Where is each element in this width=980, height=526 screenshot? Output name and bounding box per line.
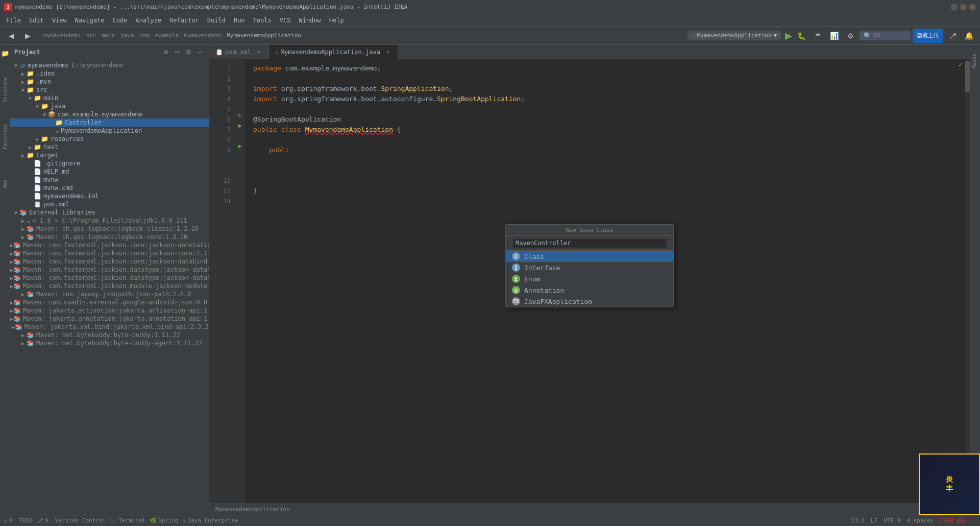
menu-view[interactable]: View xyxy=(48,16,71,25)
tree-item-java[interactable]: ▼ 📁 java xyxy=(10,102,209,110)
panel-expand-button[interactable]: ⇔ xyxy=(172,47,182,57)
tree-item-android-json[interactable]: ▶ 📚 Maven: com.vaadin.external.google:an… xyxy=(10,298,209,306)
status-encoding[interactable]: UTF-8 xyxy=(884,517,900,524)
tree-item-bytebuddy[interactable]: ▶ 📚 Maven: net.bytebuddy:byte-buddy:1.11… xyxy=(10,331,209,339)
right-tab-maven[interactable]: Maven xyxy=(970,49,980,73)
menu-build[interactable]: Build xyxy=(203,16,230,25)
tree-item-logback-core[interactable]: ▶ 📚 Maven: ch.qos.logback:logback-core:1… xyxy=(10,233,209,241)
breadcrumb-example[interactable]: example xyxy=(155,32,179,39)
status-position[interactable]: 13:2 xyxy=(851,517,865,524)
window-controls[interactable]: ─ □ ✕ xyxy=(950,4,976,11)
tree-item-main[interactable]: ▼ 📁 main xyxy=(10,94,209,102)
tree-item-src[interactable]: ▼ 📁 src xyxy=(10,86,209,94)
status-spring[interactable]: 🌿 Spring xyxy=(150,517,179,524)
tree-item-jsonpath[interactable]: ▶ 📚 Maven: com.jayway.jsonpath:json-path… xyxy=(10,290,209,298)
tree-item-jackson-datatype1[interactable]: ▶ 📚 Maven: com.fasterxml.jackson.datatyp… xyxy=(10,266,209,274)
debug-button[interactable]: 🐛 xyxy=(794,29,808,43)
menu-refactor[interactable]: Refactor xyxy=(165,16,203,25)
popup-item-interface[interactable]: I Interface xyxy=(506,262,673,273)
vcs-button[interactable]: ⎇ xyxy=(945,29,960,43)
tree-item-jackson-datatype2[interactable]: ▶ 📚 Maven: com.fasterxml.jackson.datatyp… xyxy=(10,274,209,282)
menu-edit[interactable]: Edit xyxy=(25,16,48,25)
scrollbar-thumb[interactable] xyxy=(965,61,970,92)
tree-item-gitignore[interactable]: 📄 .gitignore xyxy=(10,159,209,168)
breadcrumb-src[interactable]: src xyxy=(86,32,96,39)
notifications-button[interactable]: 🔔 xyxy=(962,29,976,43)
run-configuration[interactable]: ☕ MymavendemoApplication ▼ xyxy=(688,31,781,40)
breadcrumb-java[interactable]: java xyxy=(120,32,134,39)
tree-item-helpmd[interactable]: 📄 HELP.md xyxy=(10,168,209,176)
menu-run[interactable]: Run xyxy=(230,16,249,25)
structure-icon[interactable]: Structure xyxy=(1,86,9,94)
tree-item-jakarta-xmlbind[interactable]: ▶ 📚 Maven: jakarta.xml.bind:jakarta.xml.… xyxy=(10,323,209,331)
tree-item-test[interactable]: ▶ 📁 test xyxy=(10,143,209,151)
tree-item-mvnw[interactable]: 📄 mvnw xyxy=(10,176,209,184)
popup-item-jfx[interactable]: FX JavaFXApplication xyxy=(506,296,673,307)
upload-button[interactable]: 隐藏上传 xyxy=(913,29,943,43)
menu-file[interactable]: File xyxy=(2,16,25,25)
web-icon[interactable]: Web xyxy=(1,180,9,188)
project-icon[interactable]: 📁 xyxy=(1,49,9,57)
status-java-enterprise[interactable]: ☕ Java Enterprise xyxy=(183,517,238,524)
tree-item-idea[interactable]: ▶ 📁 .idea xyxy=(10,69,209,78)
profile-button[interactable]: 📊 xyxy=(827,29,841,43)
popup-item-annotation[interactable]: @ Annotation xyxy=(506,284,673,296)
tree-item-target[interactable]: ▶ 📁 target xyxy=(10,151,209,159)
tab-pomxml[interactable]: 📋 pom.xml ✕ xyxy=(209,45,269,59)
tree-item-root[interactable]: ▼ 🗂 mymavendemo E:\mymavendemo xyxy=(10,61,209,69)
close-button[interactable]: ✕ xyxy=(969,4,976,11)
popup-input-field[interactable] xyxy=(512,238,667,248)
tree-item-logback-classic[interactable]: ▶ 📚 Maven: ch.qos.logback:logback-classi… xyxy=(10,225,209,233)
breadcrumb-classname[interactable]: MymavendemoApplication xyxy=(227,32,301,39)
run-marker-9[interactable]: ▶ xyxy=(238,141,241,151)
run-marker-7[interactable]: ▶ xyxy=(238,121,241,131)
status-linesep[interactable]: LF xyxy=(871,517,877,524)
panel-locate-button[interactable]: ⊕ xyxy=(161,47,171,57)
breadcrumb-mymavendemo[interactable]: mymavendemo xyxy=(184,32,222,39)
scrollbar-track[interactable] xyxy=(965,59,970,504)
maximize-button[interactable]: □ xyxy=(960,4,967,11)
tree-item-application[interactable]: ☕ MymavendemoApplication xyxy=(10,127,209,135)
tab-close-application[interactable]: ✕ xyxy=(384,49,391,56)
menu-code[interactable]: Code xyxy=(109,16,132,25)
panel-minimize-button[interactable]: ─ xyxy=(194,47,205,57)
popup-item-enum[interactable]: E Enum xyxy=(506,273,673,284)
run-button[interactable]: ▶ xyxy=(785,30,792,41)
settings-button[interactable]: ⚙ xyxy=(843,29,857,43)
status-indent[interactable]: 4 spaces xyxy=(906,517,934,524)
panel-settings-button[interactable]: ⚙ xyxy=(183,47,193,57)
status-version-control[interactable]: ⎇ 9: Version Control xyxy=(37,517,106,524)
tree-item-jdk[interactable]: ▶ ☕ < 1.8 > C:\Program Files\Java\jdk1.8… xyxy=(10,217,209,225)
toolbar-back-button[interactable]: ◀ xyxy=(4,29,18,43)
reload-marker-6[interactable]: ↻ xyxy=(238,110,241,121)
coverage-button[interactable]: ☂ xyxy=(811,29,825,43)
status-todo[interactable]: ⚠ 0: TODO xyxy=(4,517,33,524)
menu-vcs[interactable]: VCS xyxy=(276,16,295,25)
menu-help[interactable]: Help xyxy=(325,16,348,25)
tree-item-mvnwcmd[interactable]: 📄 mvnw.cmd xyxy=(10,184,209,192)
tree-item-jackson-module[interactable]: ▶ 📚 Maven: com.fasterxml.jackson.module:… xyxy=(10,282,209,290)
tree-item-mvn[interactable]: ▶ 📁 .mvn xyxy=(10,78,209,86)
minimize-button[interactable]: ─ xyxy=(950,4,958,11)
tree-item-jackson-databind[interactable]: ▶ 📚 Maven: com.fasterxml.jackson.core:ja… xyxy=(10,257,209,266)
tree-item-jakarta-activation[interactable]: ▶ 📚 Maven: jakarta.activation:jakarta.ac… xyxy=(10,306,209,315)
tab-application[interactable]: ☕ MymavendemoApplication.java ✕ xyxy=(269,45,398,59)
tree-item-extlibs[interactable]: ▼ 📚 External Libraries xyxy=(10,208,209,217)
menu-window[interactable]: Window xyxy=(295,16,325,25)
tree-item-controller[interactable]: 📁 Controller xyxy=(10,118,209,127)
tree-item-resources[interactable]: ▶ 📁 resources xyxy=(10,135,209,143)
tree-item-iml[interactable]: 📄 mymavendemo.iml xyxy=(10,192,209,200)
tree-item-jakarta-annotation[interactable]: ▶ 📚 Maven: jakarta.annotation:jakarta.an… xyxy=(10,315,209,323)
favorites-icon[interactable]: Favorites xyxy=(1,133,9,141)
toolbar-forward-button[interactable]: ▶ xyxy=(20,29,35,43)
status-terminal[interactable]: ⬛ Terminal xyxy=(110,517,145,524)
popup-item-class[interactable]: C Class xyxy=(506,251,673,262)
tab-close-pomxml[interactable]: ✕ xyxy=(255,49,262,56)
tree-item-jackson-annotations[interactable]: ▶ 📚 Maven: com.fasterxml.jackson.core:ja… xyxy=(10,241,209,249)
tree-item-pomxml[interactable]: 📋 pom.xml xyxy=(10,200,209,208)
code-editor[interactable]: 1 2 3 4 5 6 7 8 9 12 13 14 xyxy=(209,59,970,504)
menu-analyze[interactable]: Analyze xyxy=(131,16,165,25)
breadcrumb-main[interactable]: main xyxy=(102,32,115,39)
tree-item-bytebuddy-agent[interactable]: ▶ 📚 Maven: net.bytebuddy:byte-buddy-agen… xyxy=(10,339,209,347)
tree-item-package[interactable]: ▼ 📦 com.example.mymavendemo xyxy=(10,110,209,118)
